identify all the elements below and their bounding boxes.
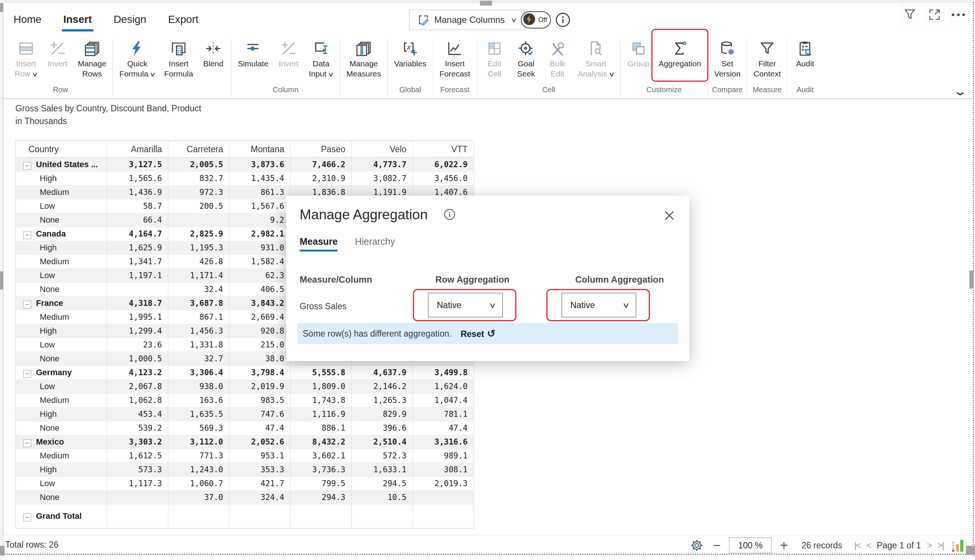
column-header[interactable]: Carretera [169, 141, 229, 158]
table-cell[interactable] [413, 491, 474, 505]
row-label-cell[interactable]: High [16, 241, 107, 255]
table-cell[interactable]: 308.1 [413, 463, 474, 477]
table-cell[interactable]: 1,062.8 [107, 393, 169, 407]
table-cell[interactable] [107, 505, 169, 528]
table-cell[interactable]: 47.4 [229, 421, 290, 435]
table-cell[interactable]: 1,000.5 [107, 352, 169, 366]
table-cell[interactable]: 37.0 [169, 491, 229, 505]
table-row[interactable]: Low1,117.31,060.7421.7799.5294.52,019.3 [16, 477, 474, 491]
column-header[interactable]: Amarilla [107, 141, 169, 158]
table-cell[interactable]: 3,306.4 [169, 366, 229, 380]
table-cell[interactable]: 3,602.1 [290, 449, 352, 463]
table-cell[interactable]: 396.6 [352, 421, 413, 435]
row-label-cell[interactable]: None [16, 213, 107, 227]
table-cell[interactable] [290, 505, 352, 528]
table-row[interactable]: Low2,067.8938.02,019.91,809.02,146.21,62… [16, 380, 474, 393]
table-cell[interactable]: 1,995.1 [107, 310, 169, 324]
table-cell[interactable]: 421.7 [229, 477, 290, 491]
table-cell[interactable]: 1,341.7 [107, 255, 169, 269]
table-cell[interactable]: 539.2 [107, 421, 169, 435]
table-cell[interactable]: 1,265.3 [352, 393, 413, 407]
row-label-cell[interactable]: Medium [16, 449, 107, 463]
row-label-cell[interactable]: −Canada [16, 227, 107, 241]
first-page-icon[interactable]: |< [854, 540, 860, 551]
row-label-cell[interactable]: None [16, 352, 107, 366]
table-cell[interactable]: 2,510.4 [352, 435, 413, 449]
column-header[interactable]: Montana [229, 141, 290, 158]
ribbon-button-blend[interactable]: Blend [198, 38, 229, 79]
table-cell[interactable]: 771.3 [169, 449, 229, 463]
table-cell[interactable]: 1,565.6 [107, 172, 169, 185]
row-label-cell[interactable]: Medium [16, 185, 107, 199]
table-cell[interactable]: 353.3 [229, 463, 290, 477]
table-cell[interactable]: 10.5 [352, 491, 413, 505]
column-aggregation-select[interactable]: Native ∨ [561, 293, 636, 317]
row-label-cell[interactable]: None [16, 283, 107, 297]
table-cell[interactable]: 747.6 [229, 407, 290, 421]
table-cell[interactable]: 3,798.4 [229, 366, 290, 380]
table-row[interactable]: None539.2569.347.4886.1396.647.4 [16, 421, 474, 435]
row-label-cell[interactable]: High [16, 463, 107, 477]
table-cell[interactable]: 3,499.8 [413, 366, 474, 380]
table-row[interactable]: −Mexico3,303.23,112.02,052.68,432.22,510… [16, 435, 474, 449]
resize-handle-top-left[interactable] [0, 3, 3, 12]
ribbon-button-filter-context[interactable]: FilterContext [749, 38, 785, 79]
table-cell[interactable]: 861.3 [229, 185, 290, 199]
column-header[interactable]: Country [16, 141, 107, 158]
ribbon-collapse-icon[interactable]: ⌄ [953, 85, 968, 98]
table-cell[interactable]: 2,052.6 [229, 435, 290, 449]
previous-page-icon[interactable]: < [866, 540, 871, 551]
ribbon-button-insert-formula[interactable]: InsertFormula [160, 38, 198, 79]
ribbon-button-manage-rows[interactable]: ManageRows [73, 38, 111, 79]
table-row[interactable]: −Grand Total [16, 505, 474, 528]
table-cell[interactable]: 799.5 [290, 477, 352, 491]
table-cell[interactable]: 1,047.4 [413, 393, 474, 407]
table-cell[interactable] [107, 283, 169, 297]
table-cell[interactable] [352, 505, 413, 528]
table-cell[interactable]: 2,005.5 [169, 158, 229, 172]
table-cell[interactable]: 9.2 [229, 213, 290, 227]
table-cell[interactable]: 1,809.0 [290, 380, 352, 393]
table-cell[interactable]: 867.1 [169, 310, 229, 324]
table-cell[interactable]: 1,331.8 [169, 338, 229, 352]
ribbon-button-simulate[interactable]: Simulate [233, 38, 273, 79]
row-label-cell[interactable]: Medium [16, 310, 107, 324]
table-cell[interactable]: 3,082.7 [352, 172, 413, 185]
ribbon-button-quick-formula[interactable]: QuickFormula∨ [115, 38, 159, 80]
reset-button[interactable]: Reset↺ [461, 328, 495, 340]
row-label-cell[interactable]: Low [16, 338, 107, 352]
table-cell[interactable]: 2,146.2 [352, 380, 413, 393]
table-cell[interactable]: 7,466.2 [290, 158, 352, 172]
table-cell[interactable]: 1,612.5 [107, 449, 169, 463]
table-cell[interactable]: 983.5 [229, 393, 290, 407]
tab-export[interactable]: Export [167, 10, 199, 32]
table-cell[interactable]: 4,164.7 [107, 227, 169, 241]
row-label-cell[interactable]: −Mexico [16, 435, 107, 449]
table-cell[interactable]: 66.4 [107, 213, 169, 227]
ribbon-button-variables[interactable]: xVariables [390, 38, 431, 79]
table-cell[interactable]: 1,195.3 [169, 241, 229, 255]
table-cell[interactable]: 938.0 [169, 380, 229, 393]
row-label-cell[interactable]: −Germany [16, 366, 107, 380]
table-cell[interactable]: 886.1 [290, 421, 352, 435]
table-cell[interactable]: 1,582.4 [229, 255, 290, 269]
tab-hierarchy[interactable]: Hierarchy [355, 236, 395, 252]
table-cell[interactable] [169, 505, 229, 528]
table-cell[interactable]: 6,022.9 [413, 158, 474, 172]
ribbon-button-data-input[interactable]: DataInput∨ [304, 38, 338, 80]
table-cell[interactable]: 3,127.5 [107, 158, 169, 172]
tab-design[interactable]: Design [113, 10, 147, 32]
next-page-icon[interactable]: > [927, 540, 932, 551]
close-icon[interactable] [663, 209, 676, 222]
ribbon-button-set-version[interactable]: SetVersion [710, 38, 745, 79]
table-cell[interactable]: 324.4 [229, 491, 290, 505]
row-label-cell[interactable]: −France [16, 297, 107, 310]
table-cell[interactable]: 215.0 [229, 338, 290, 352]
table-row[interactable]: High453.41,635.5747.61,116.9829.9781.1 [16, 407, 474, 421]
resize-handle-left[interactable] [0, 272, 3, 289]
zoom-level-field[interactable]: 100 % [729, 538, 772, 553]
ribbon-button-insert-forecast[interactable]: InsertForecast [435, 38, 475, 79]
row-label-cell[interactable]: High [16, 172, 107, 185]
table-cell[interactable]: 569.3 [169, 421, 229, 435]
table-cell[interactable]: 2,019.3 [413, 477, 474, 491]
